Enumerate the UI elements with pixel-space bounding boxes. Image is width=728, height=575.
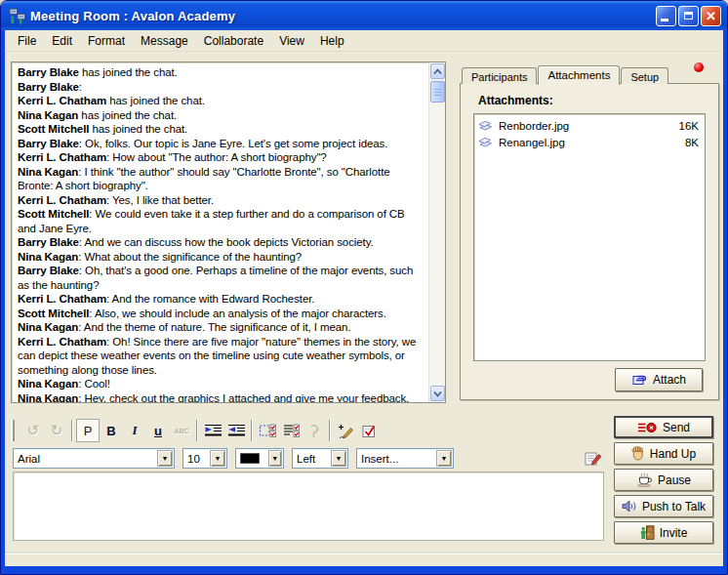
toolbar-grip[interactable] [11,420,18,441]
mark-clear-button[interactable] [303,419,326,442]
dropdown-arrow-icon[interactable]: ▼ [268,450,282,467]
annotate-button[interactable] [334,419,357,442]
menu-item-format[interactable]: Format [80,32,133,50]
undo-button[interactable]: ↺ [21,419,45,442]
edit-note-button[interactable] [585,450,602,467]
chat-line: Kerri L. Chatham has joined the chat. [18,94,425,108]
attachments-list[interactable]: Renborder.jpg 16K Renangel.jpg 8K [473,113,706,361]
chat-text: : Ok, folks. Our topic is Jane Eyre. Let… [79,138,387,149]
chat-line: Scott Mitchell: We could even take it a … [18,207,425,235]
hand-icon [631,446,645,461]
chat-author: Nina Kagan [18,251,78,263]
attachment-row[interactable]: Renborder.jpg 16K [476,117,703,134]
alignment-select[interactable]: Left ▼ [292,448,348,469]
attachment-name: Renborder.jpg [499,120,679,132]
send-button[interactable]: Send [614,416,713,438]
menu-item-help[interactable]: Help [312,32,352,50]
attachment-row[interactable]: Renangel.jpg 8K [476,134,703,150]
underline-icon: u [154,424,162,438]
chat-line: Nina Kagan: What about the significance … [18,250,425,265]
chat-text: : How about "The author: A short biograp… [106,151,327,163]
send-icon [637,422,658,433]
chat-line: Barry Blake has joined the chat. [18,65,425,80]
chevron-down-icon [433,390,442,397]
hand-up-button[interactable]: Hand Up [614,442,713,465]
indent-increase-button[interactable] [201,419,224,442]
menu-item-message[interactable]: Message [133,32,196,50]
mark-lines-button[interactable] [279,419,303,442]
menubar: File Edit Format Message Collaborate Vie… [6,30,722,52]
coffee-cup-icon [636,472,653,487]
font-size-value: 10 [183,453,209,465]
chat-line: Nina Kagan: And the theme of nature. The… [18,320,425,335]
chat-line: Nina Kagan: Cool! [18,377,425,391]
chat-author: Nina Kagan [18,109,78,121]
indent-decrease-button[interactable] [224,419,248,442]
paragraph-style-button[interactable]: P [76,419,100,442]
paperclip-icon [631,374,648,387]
underline-button[interactable]: u [146,419,170,442]
menu-item-edit[interactable]: Edit [44,32,80,50]
attachment-size: 8K [685,137,699,148]
titlebar: Meeting Room : Avalon Academy ✕ [1,1,727,30]
chat-scrollbar [428,62,445,402]
font-size-select[interactable]: 10 ▼ [182,448,227,469]
mark-selection-button[interactable] [256,419,279,442]
chat-author: Kerri L. Chatham [18,336,106,348]
maximize-icon [684,12,693,20]
chat-line: Nina Kagan has joined the chat. [18,108,425,123]
chevron-up-icon [433,68,442,75]
italic-button[interactable]: I [123,419,146,442]
invite-label: Invite [660,526,688,540]
menu-item-collaborate[interactable]: Collaborate [196,32,271,50]
minimize-button[interactable] [656,6,676,26]
chat-author: Nina Kagan [18,378,78,390]
panel-tabs: Participants Attachments Setup [462,64,669,83]
invite-button[interactable]: Invite [614,521,713,544]
redo-button[interactable]: ↻ [45,419,68,442]
font-effects-button[interactable]: ABC [170,419,193,442]
close-button[interactable]: ✕ [701,6,721,26]
chat-line: Kerri L. Chatham: How about "The author:… [18,150,425,165]
chat-text: : What about the significance of the hau… [78,251,302,263]
chat-author: Nina Kagan [18,321,78,333]
chat-line: Nina Kagan: I think "the author" should … [18,165,425,193]
chat-text: : Hey, check out the graphics I attached… [78,392,409,403]
chat-text: has joined the chat. [106,95,205,106]
maximize-button[interactable] [678,6,699,26]
scroll-up-button[interactable] [430,63,445,79]
chat-author: Barry Blake [18,265,79,276]
menu-item-view[interactable]: View [271,32,312,50]
attach-button[interactable]: Attach [615,368,703,391]
dropdown-arrow-icon[interactable]: ▼ [436,450,452,467]
chat-line: Scott Mitchell has joined the chat. [18,122,425,137]
font-family-select[interactable]: Arial ▼ [13,448,175,469]
font-color-select[interactable]: ▼ [235,448,284,469]
bold-icon: B [106,424,115,438]
insert-select[interactable]: Insert... ▼ [356,448,454,469]
push-to-talk-label: Push to Talk [642,500,706,513]
menu-item-file[interactable]: File [10,32,44,50]
bold-button[interactable]: B [100,419,123,442]
chat-messages: Barry Blake has joined the chat. Barry B… [12,62,428,402]
chat-author: Nina Kagan [18,166,78,178]
chat-transcript: Barry Blake has joined the chat. Barry B… [11,62,446,403]
attachments-panel: Attachments: Renborder.jpg 16K Renangel.… [460,83,719,400]
push-to-talk-button[interactable]: Push to Talk [614,495,713,517]
scroll-thumb[interactable] [430,81,445,103]
tab-setup[interactable]: Setup [621,67,668,84]
pause-button[interactable]: Pause [614,469,713,491]
scroll-down-button[interactable] [430,386,445,401]
app-icon [9,8,25,24]
chat-author: Barry Blake [18,81,79,93]
message-input[interactable] [13,472,604,541]
tab-attachments[interactable]: Attachments [538,65,620,85]
insert-value: Insert... [357,453,435,465]
dropdown-arrow-icon[interactable]: ▼ [331,450,346,467]
dropdown-arrow-icon[interactable]: ▼ [210,450,225,467]
color-swatch [240,453,260,464]
tab-participants[interactable]: Participants [462,67,537,84]
checkbox-check-icon [361,424,377,438]
check-message-button[interactable] [357,419,381,442]
dropdown-arrow-icon[interactable]: ▼ [157,450,173,467]
